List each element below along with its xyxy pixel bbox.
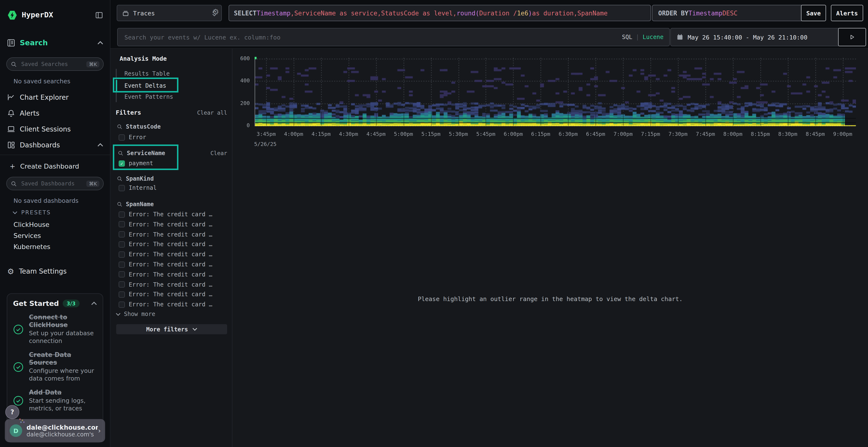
get-started-step-connect[interactable]: Connect to ClickHouse Set up your databa…	[13, 314, 97, 345]
duration-heatmap-canvas[interactable]	[255, 57, 856, 126]
preset-kubernetes[interactable]: Kubernetes	[13, 243, 51, 250]
user-menu[interactable]: D dale@clickhouse.com dale@clickhouse.co…	[5, 419, 105, 442]
filter-option-spanname-3[interactable]: Error: The credit card …	[119, 241, 212, 248]
filter-group-name: SpanKind	[126, 175, 154, 182]
checkbox-unchecked[interactable]	[119, 261, 125, 268]
filter-option-label: Internal	[129, 184, 157, 191]
source-select[interactable]: Traces	[117, 5, 222, 21]
preset-services[interactable]: Services	[13, 232, 41, 239]
search-section-icon	[7, 38, 16, 47]
checkbox-unchecked[interactable]	[119, 281, 125, 287]
mode-results-table[interactable]: Results Table	[124, 70, 170, 77]
help-button[interactable]: ?	[5, 405, 19, 419]
sql-token: SpanName	[578, 9, 608, 16]
filter-option-spanname-9[interactable]: Error: The credit card …	[119, 301, 212, 308]
sql-token: )	[528, 9, 532, 16]
get-started-header[interactable]: Get Started 3/3	[13, 300, 97, 307]
date-range-picker[interactable]: May 26 15:40:00 - May 26 21:10:00	[670, 28, 844, 46]
x-axis-tick: 6:30pm	[553, 131, 584, 137]
filter-option-spanname-5[interactable]: Error: The credit card …	[119, 261, 212, 268]
filter-option-spanname-0[interactable]: Error: The credit card …	[119, 211, 212, 218]
sidebar-item-dashboards[interactable]: Dashboards	[0, 138, 110, 152]
filter-option-label: Error: The credit card …	[129, 251, 212, 258]
filter-group-spanname[interactable]: SpanName	[117, 201, 154, 208]
mode-event-patterns[interactable]: Event Patterns	[124, 94, 173, 100]
clear-servicename-link[interactable]: Clear	[207, 150, 227, 157]
language-toggle-sql[interactable]: SQL	[622, 34, 632, 40]
sql-orderby-input[interactable]: ORDER BY Timestamp DESC	[652, 5, 806, 21]
chevron-up-icon	[97, 143, 103, 147]
get-started-step-add-data[interactable]: Add Data Start sending logs, metrics, or…	[13, 389, 97, 412]
x-axis-tick: 4:30pm	[333, 131, 364, 137]
step-title: Add Data	[29, 389, 97, 397]
get-started-step-sources[interactable]: Create Data Sources Configure where your…	[13, 351, 97, 382]
filter-group-statuscode[interactable]: StatusCode	[117, 123, 161, 130]
clear-all-link[interactable]: Clear all	[197, 109, 227, 116]
filter-option-spanname-1[interactable]: Error: The credit card …	[119, 221, 212, 228]
more-filters-button[interactable]: More filters	[116, 324, 227, 334]
filter-option-label: Error: The credit card …	[129, 301, 212, 308]
sql-token: DESC	[722, 9, 738, 16]
sql-token: ,	[290, 9, 294, 16]
preset-clickhouse[interactable]: ClickHouse	[13, 220, 50, 228]
collapse-sidebar-icon[interactable]	[95, 11, 103, 19]
source-settings-gear-icon[interactable]: ⚙	[212, 7, 219, 16]
y-axis-tick: 600	[231, 56, 250, 62]
sql-select-input[interactable]: SELECT Timestamp, ServiceName as service…	[228, 5, 651, 21]
filter-option-label: Error: The credit card …	[129, 271, 212, 278]
step-title: Create Data Sources	[29, 351, 97, 367]
filter-option-spanname-7[interactable]: Error: The credit card …	[119, 281, 212, 288]
x-axis-tick: 4:45pm	[361, 131, 391, 137]
sql-token: StatusCode as level	[381, 9, 453, 16]
filter-option-spanname-8[interactable]: Error: The credit card …	[119, 291, 212, 298]
saved-dashboards-input[interactable]	[20, 180, 87, 187]
checkbox-unchecked[interactable]	[119, 251, 125, 257]
language-toggle-divider: |	[636, 34, 639, 40]
sql-token: as duration	[532, 9, 574, 16]
sidebar-item-search[interactable]: Search	[0, 36, 110, 49]
search-icon	[117, 124, 123, 130]
sidebar-item-chart-explorer[interactable]: Chart Explorer	[0, 91, 110, 104]
saved-dashboards-search[interactable]: ⌘K	[6, 177, 104, 190]
x-axis-tick: 8:00pm	[717, 131, 748, 137]
checkbox-unchecked[interactable]	[119, 291, 125, 298]
checkbox-unchecked[interactable]	[119, 134, 125, 140]
checkbox-unchecked[interactable]	[119, 231, 125, 238]
filter-option-error[interactable]: Error	[119, 134, 146, 141]
source-select-value: Traces	[133, 9, 155, 16]
x-axis-tick: 7:45pm	[690, 131, 721, 137]
filter-group-spankind[interactable]: SpanKind	[117, 175, 154, 182]
saved-searches-search[interactable]: ⌘K	[6, 57, 104, 71]
filter-option-spanname-4[interactable]: Error: The credit card …	[119, 251, 212, 258]
analysis-mode-title: Analysis Mode	[120, 55, 167, 62]
filter-option-spanname-6[interactable]: Error: The credit card …	[119, 271, 212, 278]
search-input[interactable]	[123, 33, 618, 41]
x-axis-tick: 4:15pm	[306, 131, 337, 137]
sidebar-item-alerts[interactable]: Alerts	[0, 106, 110, 120]
checkbox-unchecked[interactable]	[119, 241, 125, 248]
y-axis-tick: 200	[231, 100, 250, 106]
checkbox-unchecked[interactable]	[119, 301, 125, 308]
calendar-icon	[677, 34, 683, 40]
save-button[interactable]: Save	[801, 5, 826, 21]
filter-group-name: SpanName	[126, 201, 154, 208]
create-dashboard-label: Create Dashboard	[20, 162, 79, 170]
saved-searches-input[interactable]	[20, 60, 87, 68]
checkbox-unchecked[interactable]	[119, 271, 125, 278]
play-icon	[849, 34, 855, 40]
filter-option-internal[interactable]: Internal	[119, 184, 157, 191]
checkbox-unchecked[interactable]	[119, 221, 125, 228]
run-query-button[interactable]	[838, 28, 866, 46]
checkbox-unchecked[interactable]	[119, 185, 125, 191]
top-bar: Traces ⚙ SELECT Timestamp, ServiceName a…	[110, 0, 868, 49]
checkbox-unchecked[interactable]	[119, 211, 125, 217]
create-dashboard-button[interactable]: + Create Dashboard	[0, 160, 110, 173]
sql-token: ,	[377, 9, 381, 16]
language-toggle-lucene[interactable]: Lucene	[643, 34, 663, 40]
alerts-button[interactable]: Alerts	[831, 5, 863, 21]
presets-toggle[interactable]: PRESETS	[12, 209, 51, 216]
sidebar-item-client-sessions[interactable]: Client Sessions	[0, 122, 110, 136]
filter-option-spanname-2[interactable]: Error: The credit card …	[119, 231, 212, 238]
sidebar-item-team-settings[interactable]: ⚙ Team Settings	[0, 265, 110, 278]
show-more-link[interactable]: Show more	[116, 311, 155, 317]
